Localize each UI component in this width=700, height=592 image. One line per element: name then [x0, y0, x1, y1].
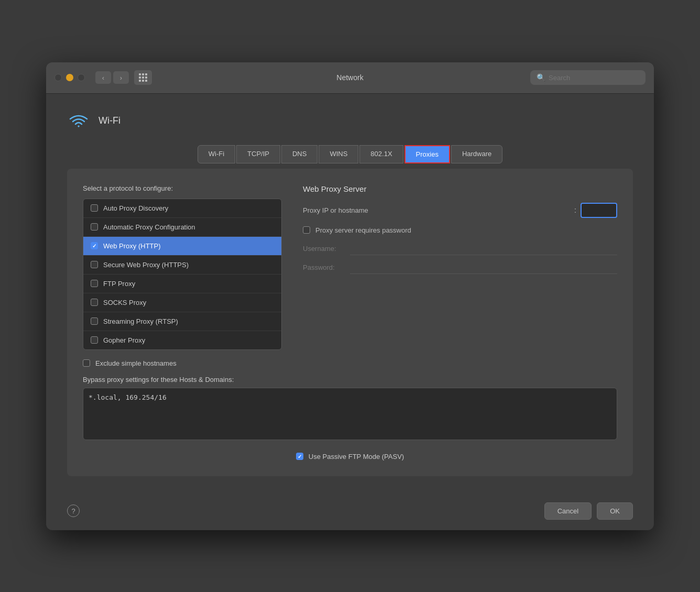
protocol-label-secure-web-proxy-https: Secure Web Proxy (HTTPS) — [103, 261, 189, 269]
traffic-lights — [54, 74, 85, 81]
port-input[interactable] — [581, 203, 617, 218]
checkbox-gopher-proxy[interactable] — [91, 336, 98, 344]
protocol-label-gopher-proxy: Gopher Proxy — [103, 336, 145, 344]
checkbox-secure-web-proxy-https[interactable] — [91, 261, 98, 268]
grid-view-button[interactable] — [134, 70, 152, 85]
wifi-label: Wi-Fi — [99, 115, 121, 126]
maximize-button[interactable] — [78, 74, 85, 81]
password-row: Proxy server requires password — [303, 226, 617, 234]
requires-password-label: Proxy server requires password — [315, 226, 411, 234]
protocol-item-web-proxy-http[interactable]: Web Proxy (HTTP) — [83, 237, 281, 256]
main-panel: Select a protocol to configure: Auto Pro… — [67, 169, 633, 476]
protocol-label-automatic-proxy-configuration: Automatic Proxy Configuration — [103, 223, 195, 231]
protocol-label-streaming-proxy-rtsp: Streaming Proxy (RTSP) — [103, 317, 178, 325]
checkbox-auto-proxy-discovery[interactable] — [91, 204, 98, 212]
colon-separator: : — [574, 206, 576, 214]
tab-wins[interactable]: WINS — [319, 145, 358, 163]
proxy-server-row: Proxy IP or hostname : — [303, 203, 617, 218]
checkbox-automatic-proxy-configuration[interactable] — [91, 223, 98, 231]
username-label: Username: — [303, 245, 350, 253]
exclude-row: Exclude simple hostnames — [83, 359, 617, 367]
checkbox-requires-password[interactable] — [303, 226, 310, 234]
tabs: Wi-Fi TCP/IP DNS WINS 802.1X Proxies Har… — [67, 145, 633, 163]
protocol-section-label: Select a protocol to configure: — [83, 184, 282, 192]
forward-button[interactable]: › — [113, 71, 129, 84]
tab-hardware[interactable]: Hardware — [451, 145, 502, 163]
protocol-label-web-proxy-http: Web Proxy (HTTP) — [103, 242, 161, 250]
checkbox-web-proxy-http[interactable] — [91, 242, 98, 249]
checkbox-passive-ftp[interactable] — [296, 453, 303, 460]
search-input[interactable] — [549, 74, 639, 82]
password-input[interactable] — [350, 261, 617, 274]
tab-wifi[interactable]: Wi-Fi — [198, 145, 235, 163]
protocol-item-ftp-proxy[interactable]: FTP Proxy — [83, 275, 281, 293]
checkbox-streaming-proxy-rtsp[interactable] — [91, 317, 98, 325]
wifi-icon — [67, 109, 90, 133]
protocol-item-auto-proxy-discovery[interactable]: Auto Proxy Discovery — [83, 199, 281, 218]
nav-buttons: ‹ › — [95, 71, 129, 84]
checkbox-socks-proxy[interactable] — [91, 299, 98, 306]
protocol-list: Auto Proxy Discovery Automatic Proxy Con… — [83, 199, 282, 350]
window: ‹ › Network 🔍 — [46, 62, 654, 530]
action-buttons: Cancel OK — [544, 502, 633, 520]
back-button[interactable]: ‹ — [95, 71, 111, 84]
protocol-item-automatic-proxy-configuration[interactable]: Automatic Proxy Configuration — [83, 218, 281, 237]
protocol-item-secure-web-proxy-https[interactable]: Secure Web Proxy (HTTPS) — [83, 256, 281, 275]
protocol-item-socks-proxy[interactable]: SOCKS Proxy — [83, 293, 281, 312]
username-input[interactable] — [350, 243, 617, 255]
below-panel: Exclude simple hostnames Bypass proxy se… — [83, 359, 617, 461]
bottom-bar: ? Cancel OK — [46, 492, 654, 530]
panel-inner: Select a protocol to configure: Auto Pro… — [83, 184, 617, 350]
right-column: Web Proxy Server Proxy IP or hostname : … — [303, 184, 617, 350]
ok-button[interactable]: OK — [597, 502, 633, 520]
bypass-label: Bypass proxy settings for these Hosts & … — [83, 376, 617, 383]
cancel-button[interactable]: Cancel — [544, 502, 592, 520]
checkbox-ftp-proxy[interactable] — [91, 280, 98, 287]
protocol-item-streaming-proxy-rtsp[interactable]: Streaming Proxy (RTSP) — [83, 312, 281, 331]
proxy-ip-label: Proxy IP or hostname — [303, 206, 570, 214]
username-row: Username: — [303, 243, 617, 255]
protocol-item-gopher-proxy[interactable]: Gopher Proxy — [83, 331, 281, 349]
tab-dns[interactable]: DNS — [281, 145, 318, 163]
help-button[interactable]: ? — [67, 505, 80, 517]
protocol-label-auto-proxy-discovery: Auto Proxy Discovery — [103, 204, 168, 212]
search-bar[interactable]: 🔍 — [530, 70, 646, 85]
password-field-row: Password: — [303, 261, 617, 274]
search-icon: 🔍 — [537, 73, 545, 82]
left-column: Select a protocol to configure: Auto Pro… — [83, 184, 282, 350]
passive-ftp-label: Use Passive FTP Mode (PASV) — [309, 453, 404, 461]
password-field-label: Password: — [303, 264, 350, 271]
grid-icon — [139, 73, 147, 82]
main-content: Wi-Fi Wi-Fi TCP/IP DNS WINS 802.1X Proxi… — [46, 94, 654, 492]
tab-tcpip[interactable]: TCP/IP — [236, 145, 280, 163]
minimize-button[interactable] — [66, 74, 73, 81]
titlebar: ‹ › Network 🔍 — [46, 62, 654, 94]
tab-8021x[interactable]: 802.1X — [359, 145, 403, 163]
window-title: Network — [336, 73, 363, 82]
passive-ftp-row: Use Passive FTP Mode (PASV) — [83, 453, 617, 461]
close-button[interactable] — [54, 74, 62, 81]
protocol-label-ftp-proxy: FTP Proxy — [103, 280, 135, 288]
tab-proxies[interactable]: Proxies — [404, 145, 450, 163]
bypass-textarea[interactable]: *.local, 169.254/16 — [83, 388, 617, 440]
wifi-header: Wi-Fi — [67, 109, 633, 133]
right-section-header: Web Proxy Server — [303, 184, 617, 193]
checkbox-exclude-simple-hostnames[interactable] — [83, 359, 90, 367]
protocol-label-socks-proxy: SOCKS Proxy — [103, 299, 146, 306]
exclude-label: Exclude simple hostnames — [95, 359, 177, 367]
